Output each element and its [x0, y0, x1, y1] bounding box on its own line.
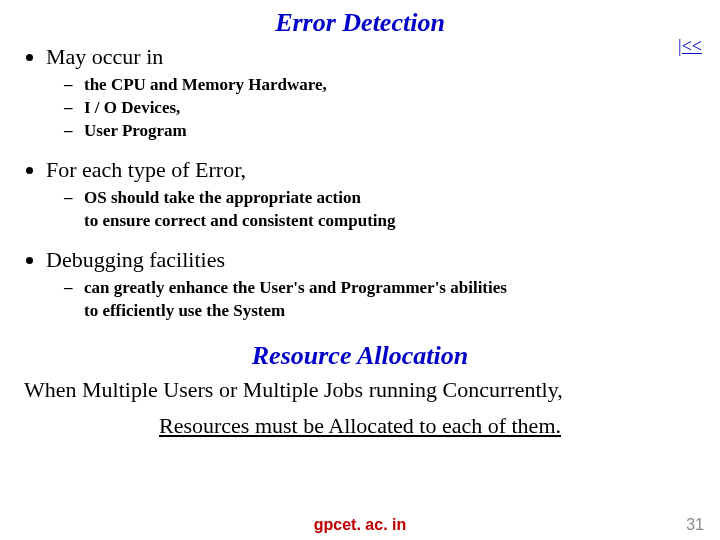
bullet-text: May occur in — [46, 44, 163, 69]
bullet-may-occur: May occur in the CPU and Memory Hardware… — [46, 44, 702, 143]
sub-list: the CPU and Memory Hardware, I / O Devic… — [64, 74, 702, 143]
slide: Error Detection |<< May occur in the CPU… — [0, 0, 720, 540]
bullet-each-type: For each type of Error, OS should take t… — [46, 157, 702, 233]
sub-item: can greatly enhance the User's and Progr… — [64, 277, 702, 323]
sub-item: I / O Devices, — [64, 97, 702, 120]
sub-item: the CPU and Memory Hardware, — [64, 74, 702, 97]
back-link[interactable]: |<< — [678, 36, 702, 57]
bullet-text: Debugging facilities — [46, 247, 225, 272]
sub-list: can greatly enhance the User's and Progr… — [64, 277, 702, 323]
heading-resource-allocation: Resource Allocation — [18, 341, 702, 371]
bottom-text: When Multiple Users or Multiple Jobs run… — [18, 377, 702, 439]
bullet-list: May occur in the CPU and Memory Hardware… — [26, 44, 702, 323]
sub-list: OS should take the appropriate actionto … — [64, 187, 702, 233]
bottom-line-1: When Multiple Users or Multiple Jobs run… — [24, 377, 702, 403]
bullet-text: For each type of Error, — [46, 157, 246, 182]
bullet-debugging: Debugging facilities can greatly enhance… — [46, 247, 702, 323]
sub-item: OS should take the appropriate actionto … — [64, 187, 702, 233]
footer-site: gpcet. ac. in — [0, 516, 720, 534]
heading-error-detection: Error Detection — [18, 8, 702, 38]
sub-item: User Program — [64, 120, 702, 143]
bottom-line-2: Resources must be Allocated to each of t… — [18, 413, 702, 439]
page-number: 31 — [686, 516, 704, 534]
